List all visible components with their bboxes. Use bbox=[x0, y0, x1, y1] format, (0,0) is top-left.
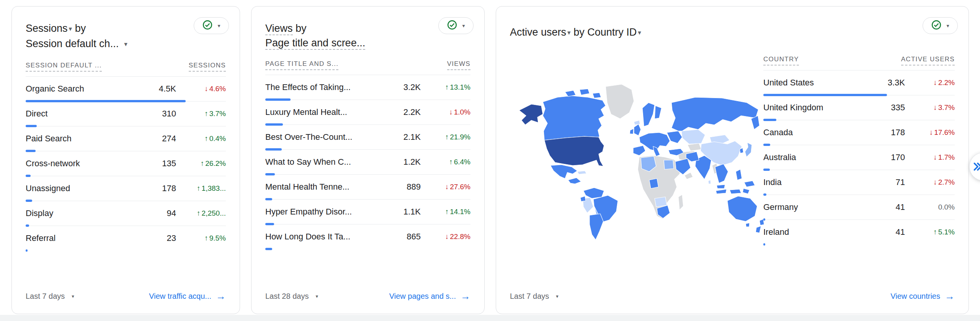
change-arrow-icon: ↑ bbox=[197, 184, 201, 192]
change-text: 26.2% bbox=[205, 159, 226, 167]
metric-selector[interactable]: Views bbox=[265, 23, 293, 35]
change-arrow-icon: ↑ bbox=[204, 134, 208, 142]
table-row[interactable]: United Kingdom335↓3.7% bbox=[763, 95, 955, 120]
change-text: 17.6% bbox=[934, 128, 955, 136]
row-change: 0.0% bbox=[905, 203, 955, 211]
row-change: ↓3.7% bbox=[905, 103, 955, 112]
row-value: 170 bbox=[867, 152, 905, 162]
change-arrow-icon: ↓ bbox=[929, 128, 933, 136]
data-quality-badge[interactable]: ▾ bbox=[923, 17, 958, 34]
table-row[interactable]: Mental Health Tenne...889↓27.6% bbox=[265, 175, 470, 200]
row-label: Cross-network bbox=[26, 159, 138, 169]
table-row[interactable]: Germany410.0% bbox=[763, 195, 955, 220]
table-row[interactable]: Luxury Mental Healt...2.2K↓1.0% bbox=[265, 100, 470, 125]
change-text: 0.0% bbox=[938, 203, 955, 211]
row-label: The Effects of Taking... bbox=[265, 82, 382, 92]
table-row[interactable]: Display94↑2,250... bbox=[26, 201, 226, 226]
date-range-selector[interactable]: Last 7 days▾ bbox=[26, 292, 74, 301]
table-row[interactable]: United States3.3K↓2.2% bbox=[763, 70, 955, 95]
row-label: United States bbox=[763, 78, 867, 88]
dimension-column-header[interactable]: SESSION DEFAULT ... bbox=[26, 62, 102, 72]
row-change: ↓2.2% bbox=[905, 79, 955, 87]
row-label: India bbox=[763, 177, 867, 187]
row-value: 178 bbox=[867, 128, 905, 138]
metric-column-header[interactable]: ACTIVE USERS bbox=[901, 56, 955, 66]
data-quality-badge[interactable]: ▾ bbox=[194, 17, 229, 34]
row-value: 1.1K bbox=[382, 207, 421, 217]
row-change: ↓4.6% bbox=[176, 85, 226, 93]
table-row[interactable]: Direct310↑3.7% bbox=[26, 102, 226, 126]
insights-panel-toggle[interactable] bbox=[969, 152, 980, 181]
row-value: 4.5K bbox=[138, 84, 176, 94]
change-text: 21.9% bbox=[450, 133, 470, 141]
row-value: 1.2K bbox=[382, 157, 421, 167]
dimension-column-header[interactable]: PAGE TITLE AND S... bbox=[265, 60, 338, 70]
view-report-link[interactable]: View countries→ bbox=[890, 290, 955, 302]
table-row[interactable]: Referral23↑9.5% bbox=[26, 226, 226, 251]
dimension-selector[interactable]: Session default ch...▾ bbox=[26, 38, 127, 49]
table-row[interactable]: How Long Does It Ta...865↓22.8% bbox=[265, 224, 470, 249]
row-value: 3.2K bbox=[382, 82, 421, 92]
table-row[interactable]: Ireland41↑5.1% bbox=[763, 220, 955, 244]
row-label: Germany bbox=[763, 202, 867, 212]
row-label: Best Over-The-Count... bbox=[265, 132, 382, 142]
chevron-down-icon: ▾ bbox=[556, 293, 559, 299]
table-row[interactable]: Best Over-The-Count...2.1K↑21.9% bbox=[265, 125, 470, 150]
row-change: ↑2,250... bbox=[176, 209, 226, 218]
views-card: ▾ Views by Page title and scree... PAGE … bbox=[251, 6, 485, 314]
row-label: What to Say When C... bbox=[265, 157, 382, 167]
row-value: 23 bbox=[138, 233, 176, 243]
data-quality-badge[interactable]: ▾ bbox=[438, 17, 474, 34]
table-row[interactable]: What to Say When C...1.2K↑6.4% bbox=[265, 150, 470, 175]
row-change: ↑5.1% bbox=[905, 228, 955, 236]
metric-selector[interactable]: Active users▾ bbox=[510, 26, 571, 38]
change-arrow-icon: ↓ bbox=[204, 85, 208, 93]
chevron-down-icon: ▾ bbox=[72, 293, 74, 299]
date-range-selector[interactable]: Last 28 days▾ bbox=[265, 292, 318, 301]
change-text: 13.1% bbox=[450, 83, 470, 91]
change-text: 1.7% bbox=[938, 153, 955, 161]
row-change: ↓22.8% bbox=[421, 233, 470, 241]
analytics-dashboard: ▾ Sessions▾ by Session default ch...▾ SE… bbox=[0, 0, 980, 321]
metric-selector[interactable]: Sessions▾ bbox=[26, 23, 72, 34]
table-row[interactable]: India71↓2.7% bbox=[763, 170, 955, 195]
row-label: Display bbox=[26, 208, 138, 218]
row-change: ↑13.1% bbox=[421, 83, 470, 92]
world-map-choropleth[interactable] bbox=[508, 79, 776, 247]
metric-column-header[interactable]: VIEWS bbox=[447, 60, 470, 70]
change-text: 27.6% bbox=[450, 183, 470, 191]
change-text: 2,250... bbox=[202, 209, 226, 217]
table-row[interactable]: Cross-network135↑26.2% bbox=[26, 151, 226, 176]
row-label: Organic Search bbox=[26, 84, 138, 94]
view-report-link[interactable]: View pages and s...→ bbox=[389, 290, 470, 302]
row-change: ↑14.1% bbox=[421, 208, 470, 216]
chevron-right-icon bbox=[973, 162, 980, 172]
row-label: Paid Search bbox=[26, 134, 138, 144]
table-row[interactable]: Organic Search4.5K↓4.6% bbox=[26, 77, 226, 102]
table-row[interactable]: Paid Search274↑0.4% bbox=[26, 126, 226, 151]
table-row[interactable]: Hyper Empathy Disor...1.1K↑14.1% bbox=[265, 200, 470, 224]
metric-column-header[interactable]: SESSIONS bbox=[189, 62, 226, 72]
table-row[interactable]: Canada178↓17.6% bbox=[763, 120, 955, 145]
sessions-table: Organic Search4.5K↓4.6% Direct310↑3.7% P… bbox=[26, 77, 226, 251]
view-report-link[interactable]: View traffic acqu...→ bbox=[149, 290, 226, 302]
chevron-down-icon: ▾ bbox=[124, 41, 127, 48]
date-range-selector[interactable]: Last 7 days▾ bbox=[510, 292, 559, 301]
dimension-selector[interactable]: Page title and scree... bbox=[265, 37, 365, 50]
countries-table: COUNTRY ACTIVE USERS United States3.3K↓2… bbox=[763, 56, 955, 244]
arrow-right-icon: → bbox=[461, 290, 470, 302]
row-value: 178 bbox=[138, 183, 176, 193]
change-arrow-icon: ↓ bbox=[445, 183, 449, 191]
row-label: Australia bbox=[763, 152, 867, 162]
row-value: 135 bbox=[138, 159, 176, 169]
dimension-column-header[interactable]: COUNTRY bbox=[763, 56, 799, 66]
row-change: ↑1,383... bbox=[176, 184, 226, 193]
change-text: 9.5% bbox=[209, 234, 226, 242]
dimension-selector[interactable]: Country ID▾ bbox=[587, 26, 641, 38]
row-change: ↑21.9% bbox=[421, 133, 470, 141]
table-row[interactable]: The Effects of Taking...3.2K↑13.1% bbox=[265, 75, 470, 100]
row-label: Direct bbox=[26, 109, 138, 119]
table-row[interactable]: Unassigned178↑1,383... bbox=[26, 176, 226, 201]
table-row[interactable]: Australia170↓1.7% bbox=[763, 145, 955, 170]
row-value: 889 bbox=[382, 182, 421, 192]
